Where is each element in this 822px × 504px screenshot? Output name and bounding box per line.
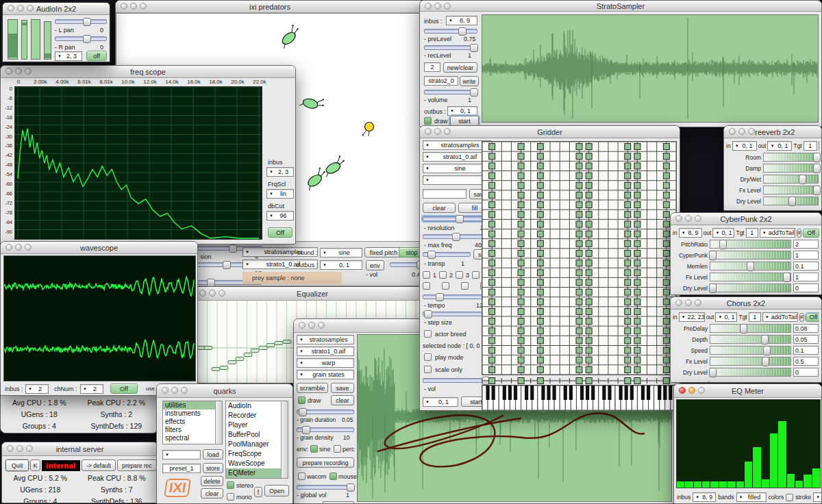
pattern-checkbox[interactable]: [423, 282, 430, 290]
close-button[interactable]: [8, 5, 14, 12]
grid-node[interactable]: [537, 347, 543, 353]
grid-node[interactable]: [625, 144, 631, 150]
stroke-dropdown[interactable]: ▼: [813, 492, 821, 502]
grid-node[interactable]: [663, 338, 669, 344]
grid-node[interactable]: [489, 328, 495, 334]
piano-key-black[interactable]: [569, 386, 573, 400]
grid-node[interactable]: [586, 366, 592, 373]
grid-node[interactable]: [537, 338, 543, 344]
minimize-button[interactable]: [209, 290, 216, 297]
grid-node[interactable]: [663, 308, 669, 314]
grid-node[interactable]: [537, 279, 543, 286]
piano-key-black[interactable]: [630, 386, 634, 400]
grid-node[interactable]: [634, 250, 640, 256]
piano-key-black[interactable]: [564, 386, 567, 400]
grid-node[interactable]: [586, 221, 592, 227]
piano-keyboard[interactable]: [482, 386, 676, 410]
quark-category-item[interactable]: spectral: [163, 434, 215, 442]
zoom-button[interactable]: [27, 5, 34, 12]
grid-node[interactable]: [518, 270, 524, 276]
samplepool-dropdown[interactable]: ▼stratosamples: [297, 335, 354, 344]
titlebar-audioin[interactable]: AudioIn 2x2: [3, 3, 110, 15]
maxfreq-slider[interactable]: [423, 234, 490, 239]
slider-thumb[interactable]: [813, 153, 821, 162]
outbus-dropdown[interactable]: ▼0, 1: [423, 397, 458, 407]
fixed-pitch-button[interactable]: fixed pitch: [364, 247, 403, 257]
value-box[interactable]: 0.05: [793, 335, 819, 344]
grid-node[interactable]: [625, 260, 631, 266]
quark-category-item[interactable]: instruments: [163, 410, 215, 418]
grid-node[interactable]: [625, 182, 631, 188]
grid-node[interactable]: [625, 202, 631, 208]
frqscl-dropdown[interactable]: ▼lin: [266, 189, 294, 199]
grid-node[interactable]: [576, 250, 582, 256]
eq-handle[interactable]: [228, 361, 236, 364]
zoom-button[interactable]: [318, 322, 325, 329]
minimize-button[interactable]: [15, 244, 22, 251]
tgt-field[interactable]: 1: [749, 312, 761, 322]
grid-node[interactable]: [537, 182, 543, 188]
grid-node[interactable]: [518, 144, 524, 150]
tgt-field[interactable]: 1: [746, 228, 758, 238]
speed-slider[interactable]: [710, 346, 791, 355]
scale-only-checkbox[interactable]: [424, 366, 432, 373]
cyperpunk-slider[interactable]: [710, 251, 791, 260]
grid-node[interactable]: [634, 338, 640, 344]
close-button[interactable]: [729, 128, 736, 135]
grid-node[interactable]: [663, 182, 669, 188]
piano-key-black[interactable]: [514, 386, 517, 400]
save-button[interactable]: save: [331, 383, 354, 393]
stepsize-slider[interactable]: [423, 312, 490, 316]
quit-button[interactable]: Quit: [5, 459, 29, 471]
grid-node[interactable]: [586, 328, 592, 334]
grid-node[interactable]: [586, 153, 592, 160]
grid-node[interactable]: [625, 338, 631, 344]
outbus-dropdown[interactable]: ▼0, 1: [320, 260, 362, 270]
start-button[interactable]: start: [450, 116, 479, 126]
grid-node[interactable]: [489, 144, 495, 150]
preset-dropdown[interactable]: ▼: [162, 450, 201, 459]
grid-node[interactable]: [586, 338, 592, 344]
grid-node[interactable]: [625, 231, 631, 237]
grid-node[interactable]: [634, 192, 640, 198]
piano-key-black[interactable]: [486, 386, 489, 400]
prey-ball[interactable]: [360, 121, 385, 140]
grid-node[interactable]: [634, 299, 640, 305]
sound-dropdown[interactable]: ▼sine: [423, 164, 491, 173]
eq-handle[interactable]: [259, 346, 267, 350]
grid-node[interactable]: [537, 163, 543, 169]
piano-key-black[interactable]: [541, 386, 545, 400]
grid-node[interactable]: [586, 299, 592, 305]
close-button[interactable]: [5, 68, 12, 75]
grid-node[interactable]: [663, 231, 669, 237]
grid-node[interactable]: [537, 240, 543, 247]
predator-fish[interactable]: [298, 92, 327, 116]
quark-class-item[interactable]: AudioIn: [226, 401, 281, 411]
grid-node[interactable]: [625, 173, 631, 179]
grid-node[interactable]: [663, 153, 669, 160]
out-dropdown[interactable]: ▼0, 1: [712, 228, 734, 238]
eq-handle[interactable]: [220, 366, 228, 370]
hash-button[interactable]: #: [799, 313, 804, 322]
load-button[interactable]: load: [203, 449, 223, 459]
grid-node[interactable]: [537, 289, 543, 295]
zoom-button[interactable]: [25, 244, 32, 251]
slider-thumb[interactable]: [470, 44, 478, 52]
grid-node[interactable]: [586, 260, 592, 266]
off-button[interactable]: Off: [268, 227, 292, 238]
grid-node[interactable]: [489, 192, 495, 198]
write-button[interactable]: write: [460, 76, 479, 86]
inbus-dropdown[interactable]: ▼8, 9: [693, 492, 716, 502]
slider-thumb[interactable]: [813, 164, 821, 173]
grid-node[interactable]: [537, 221, 543, 227]
minimize-button[interactable]: [685, 215, 692, 222]
close-button[interactable]: [425, 3, 432, 10]
grid-node[interactable]: [634, 153, 640, 160]
off-button[interactable]: off: [86, 51, 107, 61]
zoom-button[interactable]: [140, 3, 147, 10]
grid-node[interactable]: [518, 279, 524, 286]
grid-node[interactable]: [576, 260, 582, 266]
grid-node[interactable]: [625, 347, 631, 353]
column-slider-handle[interactable]: [518, 378, 524, 384]
grid-node[interactable]: [518, 299, 524, 305]
